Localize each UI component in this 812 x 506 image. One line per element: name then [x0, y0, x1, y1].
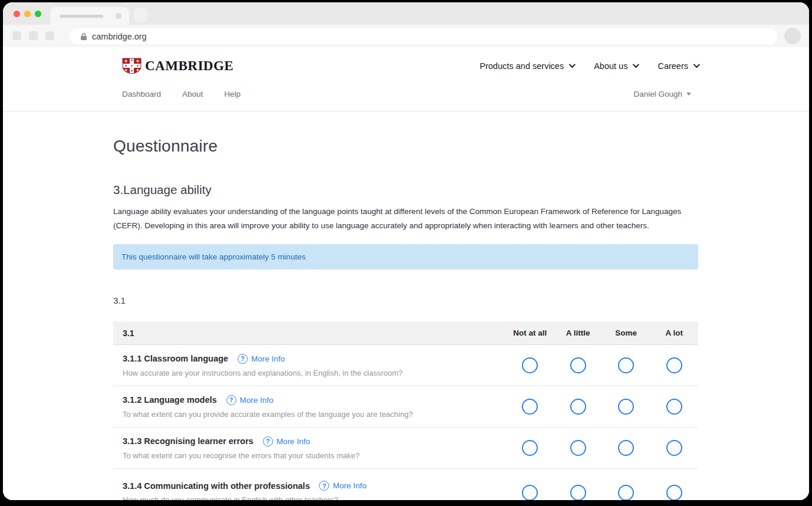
table-row: 3.1.1 Classroom language ? More Info How… [113, 345, 698, 386]
page-title: Questionnaire [113, 137, 698, 156]
question-title: 3.1.2 Language models [123, 395, 217, 405]
radio-not-at-all[interactable] [522, 485, 538, 501]
reload-button[interactable] [45, 31, 54, 40]
nav-label: Careers [658, 61, 688, 71]
more-info-label: More Info [251, 354, 285, 363]
help-icon: ? [319, 481, 329, 491]
top-navigation: Products and services About us Careers [480, 61, 698, 71]
answer-options [506, 357, 698, 373]
subsection-label: 3.1 [113, 295, 698, 305]
tab-favicon-placeholder [116, 13, 121, 19]
radio-a-lot[interactable] [666, 485, 682, 501]
scale-columns: Not at all A little Some A lot [506, 328, 698, 337]
user-menu[interactable]: Daniel Gough [633, 90, 691, 98]
questionnaire-table: 3.1 Not at all A little Some A lot 3.1.1… [113, 321, 698, 500]
nav-label: About us [594, 61, 627, 71]
question-description: To what extent can you recognise the err… [123, 451, 506, 460]
table-row: 3.1.3 Recognising learner errors ? More … [113, 428, 698, 469]
help-icon: ? [263, 436, 273, 446]
browser-profile-avatar[interactable] [784, 28, 801, 44]
question-title: 3.1.4 Communicating with other professio… [123, 481, 310, 491]
column-a-lot: A lot [650, 328, 699, 337]
url-text: cambridge.org [92, 32, 147, 41]
radio-a-lot[interactable] [666, 357, 682, 373]
column-a-little: A little [554, 328, 603, 337]
browser-tab[interactable] [50, 7, 129, 25]
nav-label: Products and services [480, 61, 564, 71]
header-divider [3, 111, 809, 112]
more-info-label: More Info [240, 396, 274, 405]
more-info-link[interactable]: ? More Info [263, 436, 310, 446]
column-some: Some [602, 328, 650, 337]
radio-not-at-all[interactable] [522, 357, 538, 373]
nav-about[interactable]: About [182, 90, 203, 98]
question-description: How accurate are your instructions and e… [123, 369, 506, 377]
address-bar[interactable]: cambridge.org [70, 28, 777, 44]
browser-toolbar: cambridge.org [3, 25, 809, 47]
radio-not-at-all[interactable] [522, 399, 538, 415]
tab-title-placeholder [60, 15, 103, 18]
secondary-navigation: Dashboard About Help Daniel Gough [3, 74, 809, 98]
radio-some[interactable] [618, 485, 634, 501]
section-description: Language ability evaluates your understa… [113, 205, 698, 233]
main-content: Questionnaire 3.Language ability Languag… [3, 137, 809, 500]
sub-nav: Dashboard About Help [122, 90, 241, 98]
browser-nav-buttons [12, 31, 54, 40]
page-content: CAMBRIDGE Products and services About us… [3, 47, 809, 500]
close-window-button[interactable] [14, 11, 20, 17]
radio-a-little[interactable] [570, 485, 586, 501]
info-banner: This questionnaire will take approximate… [113, 244, 698, 270]
column-not-at-all: Not at all [506, 328, 554, 337]
nav-about-us[interactable]: About us [594, 61, 637, 71]
back-button[interactable] [12, 31, 21, 40]
caret-down-icon [686, 93, 691, 96]
user-name: Daniel Gough [633, 90, 682, 98]
cambridge-shield-icon [122, 58, 142, 74]
maximize-window-button[interactable] [35, 11, 41, 17]
site-header: CAMBRIDGE Products and services About us… [3, 47, 809, 74]
table-row: 3.1.4 Communicating with other professio… [113, 469, 698, 500]
radio-a-lot[interactable] [666, 440, 682, 456]
radio-a-little[interactable] [570, 399, 586, 415]
more-info-link[interactable]: ? More Info [319, 481, 366, 491]
question-description: How much do you communicate in English w… [123, 495, 506, 500]
question-title: 3.1.1 Classroom language [123, 354, 228, 363]
chevron-down-icon [693, 61, 700, 67]
radio-some[interactable] [618, 357, 634, 373]
chevron-down-icon [633, 61, 639, 67]
radio-not-at-all[interactable] [522, 440, 538, 456]
table-row: 3.1.2 Language models ? More Info To wha… [113, 386, 698, 428]
answer-options [506, 440, 698, 456]
section-heading: 3.Language ability [113, 183, 698, 197]
nav-dashboard[interactable]: Dashboard [122, 90, 161, 98]
radio-a-little[interactable] [570, 357, 586, 373]
radio-some[interactable] [618, 399, 634, 415]
nav-products-and-services[interactable]: Products and services [480, 61, 574, 71]
radio-a-lot[interactable] [666, 399, 682, 415]
more-info-link[interactable]: ? More Info [226, 395, 274, 405]
radio-a-little[interactable] [570, 440, 586, 456]
table-header-label: 3.1 [123, 328, 506, 338]
more-info-label: More Info [277, 437, 310, 446]
new-tab-button[interactable] [134, 8, 147, 22]
chevron-down-icon [569, 61, 576, 67]
nav-careers[interactable]: Careers [658, 61, 698, 71]
radio-some[interactable] [618, 440, 634, 456]
help-icon: ? [226, 395, 236, 405]
more-info-label: More Info [333, 481, 366, 490]
answer-options [506, 399, 698, 415]
browser-window: cambridge.org [3, 2, 809, 500]
more-info-link[interactable]: ? More Info [238, 354, 285, 364]
question-title: 3.1.3 Recognising learner errors [123, 436, 254, 446]
window-controls [14, 11, 41, 17]
question-description: To what extent can you provide accurate … [123, 410, 506, 419]
nav-help[interactable]: Help [224, 90, 241, 98]
lock-icon [80, 32, 87, 41]
cambridge-logo[interactable]: CAMBRIDGE [122, 58, 234, 74]
answer-options [506, 485, 698, 501]
browser-tab-bar [3, 2, 809, 25]
minimize-window-button[interactable] [24, 11, 31, 17]
logo-wordmark: CAMBRIDGE [145, 58, 234, 74]
banner-text: This questionnaire will take approximate… [121, 252, 305, 261]
forward-button[interactable] [29, 31, 38, 40]
